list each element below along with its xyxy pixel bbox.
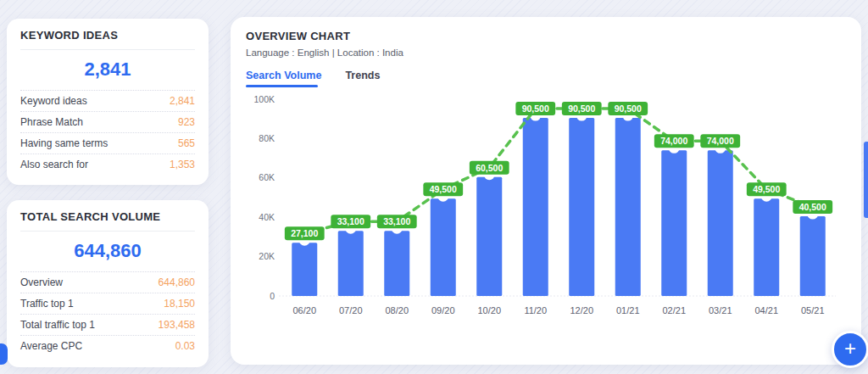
bar-value-label: 74,000: [660, 136, 687, 146]
stat-row-phrase-match[interactable]: Phrase Match 923: [20, 111, 195, 132]
y-tick-40K: 40K: [259, 212, 275, 222]
bar-11/20[interactable]: [523, 118, 548, 296]
bar-10/20[interactable]: [476, 177, 502, 296]
stat-label: Also search for: [20, 159, 88, 170]
bar-01/21[interactable]: [615, 118, 641, 296]
stat-row-traffic-top-1[interactable]: Traffic top 1 18,150: [20, 293, 195, 314]
stat-row-overview[interactable]: Overview 644,860: [20, 271, 195, 293]
stat-value: 565: [178, 137, 195, 149]
stat-row-also-search-for[interactable]: Also search for 1,353: [20, 154, 195, 175]
overview-chart-title: OVERVIEW CHART: [246, 30, 846, 42]
right-edge-widget-strip[interactable]: [864, 142, 868, 218]
x-tick-10/20: 10/20: [477, 305, 501, 315]
total-search-volume-title: TOTAL SEARCH VOLUME: [20, 210, 195, 232]
stat-label: Having same terms: [20, 137, 108, 149]
x-tick-08/20: 08/20: [385, 305, 409, 315]
tab-trends[interactable]: Trends: [345, 70, 380, 87]
stat-label: Keyword ideas: [20, 95, 87, 107]
y-tick-0: 0: [270, 291, 275, 301]
bar-value-label: 90,500: [615, 103, 642, 114]
bar-value-label: 49,500: [430, 184, 457, 194]
x-tick-04/21: 04/21: [754, 305, 778, 315]
bar-03/21[interactable]: [708, 150, 733, 296]
stat-value: 923: [178, 116, 195, 128]
x-tick-11/20: 11/20: [524, 305, 547, 315]
stat-row-having-same-terms[interactable]: Having same terms 565: [20, 132, 195, 154]
bar-value-label: 49,500: [753, 184, 780, 194]
stat-row-average-cpc[interactable]: Average CPC 0.03: [20, 335, 195, 356]
tab-search-volume[interactable]: Search Volume: [246, 70, 321, 87]
y-tick-60K: 60K: [259, 172, 275, 182]
bar-06/20[interactable]: [292, 243, 317, 296]
bar-value-label: 90,500: [568, 103, 595, 114]
chart-tabs: Search Volume Trends: [246, 70, 846, 87]
stat-value: 18,150: [164, 298, 195, 310]
left-edge-widget-tab[interactable]: [0, 343, 8, 365]
y-tick-100K: 100K: [253, 94, 275, 104]
total-search-volume-card: TOTAL SEARCH VOLUME 644,860 Overview 644…: [7, 200, 209, 367]
bar-02/21[interactable]: [661, 150, 687, 296]
total-search-volume-total: 644,860: [20, 232, 195, 271]
bar-07/20[interactable]: [338, 231, 364, 296]
stat-label: Total traffic top 1: [20, 319, 95, 331]
chart-language-location: Language : English | Location : India: [246, 47, 846, 58]
bar-12/20[interactable]: [569, 118, 594, 296]
add-button[interactable]: +: [832, 331, 868, 368]
trend-dashed-line: [304, 109, 813, 233]
x-tick-02/21: 02/21: [662, 305, 686, 315]
stat-row-keyword-ideas[interactable]: Keyword ideas 2,841: [20, 90, 195, 111]
bar-value-label: 33,100: [383, 216, 410, 226]
x-tick-03/21: 03/21: [709, 305, 732, 315]
bar-08/20[interactable]: [384, 231, 409, 296]
x-tick-12/20: 12/20: [570, 305, 593, 315]
stat-value: 644,860: [159, 276, 195, 288]
y-tick-20K: 20K: [259, 251, 275, 261]
bar-value-label: 74,000: [707, 136, 734, 146]
keyword-ideas-total: 2,841: [20, 50, 195, 90]
x-tick-06/20: 06/20: [292, 305, 316, 315]
bar-04/21[interactable]: [754, 198, 779, 296]
plus-icon: +: [844, 338, 856, 359]
x-tick-09/20: 09/20: [431, 305, 455, 315]
bar-09/20[interactable]: [431, 198, 456, 296]
x-tick-01/21: 01/21: [616, 305, 640, 315]
stat-label: Overview: [20, 276, 63, 288]
y-tick-80K: 80K: [259, 133, 275, 143]
stat-value: 0.03: [175, 340, 195, 352]
keyword-ideas-card: KEYWORD IDEAS 2,841 Keyword ideas 2,841 …: [7, 19, 209, 185]
overview-bar-chart: 020K40K60K80K100K27,10033,10033,10049,50…: [246, 94, 846, 325]
bar-05/21[interactable]: [800, 216, 826, 296]
stat-value: 1,353: [170, 159, 195, 170]
stat-value: 2,841: [170, 95, 195, 107]
bar-value-label: 40,500: [799, 202, 826, 212]
stat-label: Average CPC: [20, 340, 82, 352]
stat-row-total-traffic-top-1[interactable]: Total traffic top 1 193,458: [20, 314, 195, 335]
x-tick-07/20: 07/20: [339, 305, 363, 315]
keyword-ideas-title: KEYWORD IDEAS: [20, 29, 195, 50]
bar-value-label: 90,500: [522, 103, 549, 114]
overview-chart-card: OVERVIEW CHART Language : English | Loca…: [231, 17, 861, 365]
bar-value-label: 33,100: [337, 216, 364, 226]
stat-label: Traffic top 1: [20, 298, 74, 310]
bar-value-label: 60,500: [476, 163, 503, 173]
stat-label: Phrase Match: [20, 116, 83, 128]
stat-value: 193,458: [159, 319, 195, 331]
bar-value-label: 27,100: [291, 228, 318, 238]
x-tick-05/21: 05/21: [801, 305, 825, 315]
